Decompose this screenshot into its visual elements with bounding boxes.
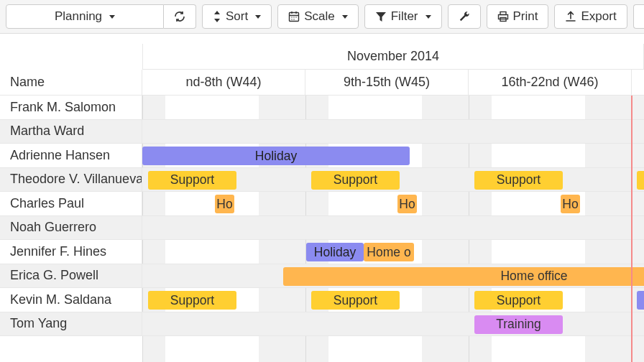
event-bar[interactable]: Support bbox=[148, 291, 236, 310]
resource-row: Martha Ward bbox=[0, 120, 644, 144]
event-bar[interactable]: Support bbox=[311, 171, 400, 190]
week-header[interactable]: 16th-22nd (W46) bbox=[469, 70, 632, 96]
name-column-header: Name bbox=[0, 70, 142, 96]
event-bar[interactable]: Support bbox=[148, 171, 236, 190]
event-bar[interactable]: Training bbox=[474, 315, 563, 334]
event-bar[interactable]: Ho bbox=[215, 195, 234, 213]
resource-name[interactable]: Charles Paul bbox=[0, 192, 142, 215]
refresh-icon bbox=[174, 11, 185, 22]
event-bar[interactable]: Holiday bbox=[142, 147, 410, 165]
sort-icon bbox=[213, 11, 221, 22]
resource-name[interactable]: Tom Yang bbox=[0, 312, 142, 336]
planning-dropdown[interactable]: Planning bbox=[6, 4, 164, 29]
planning-label: Planning bbox=[55, 9, 102, 24]
resource-row: Charles Paul bbox=[0, 192, 644, 216]
filter-dropdown[interactable]: Filter bbox=[364, 4, 442, 29]
print-label: Print bbox=[513, 9, 538, 24]
export-label: Export bbox=[581, 9, 616, 24]
event-bar[interactable]: Support bbox=[474, 291, 563, 310]
resource-name[interactable]: Martha Ward bbox=[0, 120, 142, 144]
event-bar[interactable] bbox=[637, 291, 644, 310]
caret-down-icon bbox=[109, 15, 115, 19]
settings-button[interactable] bbox=[448, 4, 481, 29]
event-bar[interactable]: Holiday bbox=[306, 243, 364, 261]
scale-dropdown[interactable]: Scale bbox=[277, 4, 359, 29]
print-icon bbox=[497, 11, 509, 22]
month-header: November 2014 bbox=[142, 44, 644, 70]
week-header[interactable]: 9th-15th (W45) bbox=[305, 70, 469, 96]
wrench-icon bbox=[459, 11, 470, 22]
resource-row: Noah Guerrero bbox=[0, 216, 644, 241]
calendar-icon bbox=[288, 11, 300, 22]
caret-down-icon bbox=[426, 15, 431, 19]
resource-name[interactable]: Adrienne Hansen bbox=[0, 144, 142, 167]
event-bar[interactable]: Ho bbox=[397, 195, 417, 213]
scale-label: Scale bbox=[304, 9, 335, 24]
resource-name[interactable]: Frank M. Salomon bbox=[0, 96, 142, 119]
event-bar[interactable]: Home office bbox=[283, 267, 644, 286]
refresh-button[interactable] bbox=[164, 4, 196, 29]
event-bar[interactable]: Home o bbox=[364, 243, 414, 261]
filter-label: Filter bbox=[391, 9, 418, 24]
export-icon bbox=[565, 11, 576, 22]
resource-name[interactable]: Erica G. Powell bbox=[0, 264, 142, 288]
caret-down-icon bbox=[255, 15, 261, 19]
sort-label: Sort bbox=[226, 9, 248, 24]
event-bar[interactable]: Support bbox=[474, 171, 563, 190]
resource-name[interactable]: Kevin M. Saldana bbox=[0, 288, 142, 312]
filter-icon bbox=[375, 11, 387, 22]
resource-name[interactable]: Theodore V. Villanueva bbox=[0, 168, 142, 192]
resource-name[interactable]: Jennifer F. Hines bbox=[0, 240, 142, 264]
event-bar[interactable]: Ho bbox=[561, 195, 580, 213]
toolbar: Planning Sort Scale Filter Print Export … bbox=[0, 0, 644, 34]
resource-row: Frank M. Salomon bbox=[0, 96, 644, 120]
week-header[interactable] bbox=[632, 70, 644, 96]
caret-down-icon bbox=[342, 15, 348, 19]
share-button[interactable]: Share bbox=[633, 4, 644, 29]
print-button[interactable]: Print bbox=[487, 4, 549, 29]
resource-name[interactable]: Noah Guerrero bbox=[0, 216, 142, 240]
export-button[interactable]: Export bbox=[554, 4, 627, 29]
gantt-grid: November 2014 Name nd-8th (W44) 9th-15th… bbox=[0, 34, 644, 362]
event-bar[interactable]: Support bbox=[311, 291, 400, 310]
event-bar[interactable] bbox=[637, 171, 644, 190]
week-header[interactable]: nd-8th (W44) bbox=[142, 70, 305, 96]
sort-dropdown[interactable]: Sort bbox=[202, 4, 272, 29]
